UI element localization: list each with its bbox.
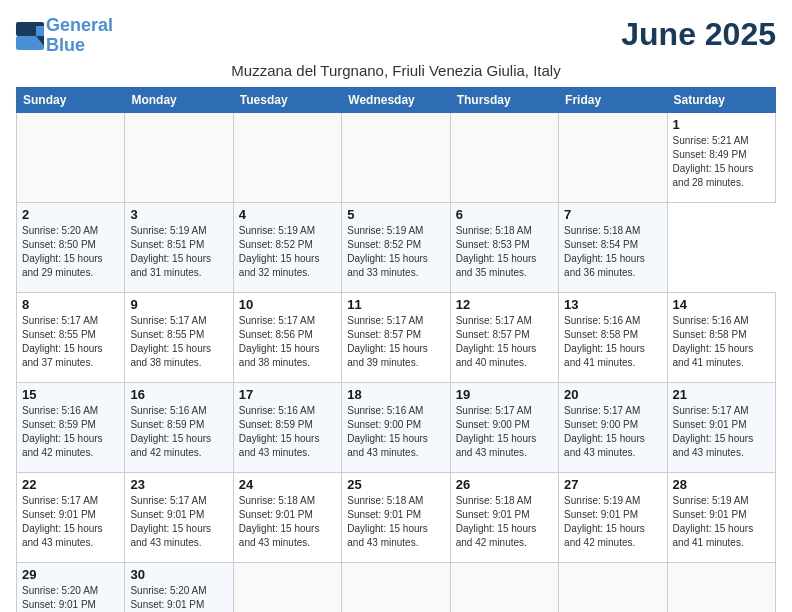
calendar-cell: 8Sunrise: 5:17 AMSunset: 8:55 PMDaylight… — [17, 292, 125, 382]
day-info: Sunrise: 5:17 AMSunset: 9:01 PMDaylight:… — [673, 404, 770, 460]
day-info: Sunrise: 5:17 AMSunset: 8:55 PMDaylight:… — [130, 314, 227, 370]
calendar-cell: 12Sunrise: 5:17 AMSunset: 8:57 PMDayligh… — [450, 292, 558, 382]
calendar-cell: 13Sunrise: 5:16 AMSunset: 8:58 PMDayligh… — [559, 292, 667, 382]
calendar-cell: 17Sunrise: 5:16 AMSunset: 8:59 PMDayligh… — [233, 382, 341, 472]
day-number: 15 — [22, 387, 119, 402]
calendar-cell: 19Sunrise: 5:17 AMSunset: 9:00 PMDayligh… — [450, 382, 558, 472]
weekday-header-row: SundayMondayTuesdayWednesdayThursdayFrid… — [17, 87, 776, 112]
calendar-cell: 20Sunrise: 5:17 AMSunset: 9:00 PMDayligh… — [559, 382, 667, 472]
day-number: 1 — [673, 117, 770, 132]
day-info: Sunrise: 5:19 AMSunset: 9:01 PMDaylight:… — [673, 494, 770, 550]
calendar-cell: 25Sunrise: 5:18 AMSunset: 9:01 PMDayligh… — [342, 472, 450, 562]
day-number: 21 — [673, 387, 770, 402]
svg-marker-2 — [36, 26, 44, 36]
day-info: Sunrise: 5:17 AMSunset: 9:01 PMDaylight:… — [130, 494, 227, 550]
calendar-cell — [559, 112, 667, 202]
calendar-cell: 22Sunrise: 5:17 AMSunset: 9:01 PMDayligh… — [17, 472, 125, 562]
calendar-cell: 16Sunrise: 5:16 AMSunset: 8:59 PMDayligh… — [125, 382, 233, 472]
calendar-body: 1Sunrise: 5:21 AMSunset: 8:49 PMDaylight… — [17, 112, 776, 612]
day-info: Sunrise: 5:17 AMSunset: 9:01 PMDaylight:… — [22, 494, 119, 550]
calendar-cell — [342, 562, 450, 612]
day-info: Sunrise: 5:21 AMSunset: 8:49 PMDaylight:… — [673, 134, 770, 190]
month-year-title: June 2025 — [621, 16, 776, 53]
day-number: 10 — [239, 297, 336, 312]
day-info: Sunrise: 5:16 AMSunset: 9:00 PMDaylight:… — [347, 404, 444, 460]
day-info: Sunrise: 5:18 AMSunset: 8:53 PMDaylight:… — [456, 224, 553, 280]
logo-text2: Blue — [46, 36, 113, 56]
day-number: 7 — [564, 207, 661, 222]
calendar-cell — [233, 562, 341, 612]
calendar-cell: 24Sunrise: 5:18 AMSunset: 9:01 PMDayligh… — [233, 472, 341, 562]
calendar-cell: 26Sunrise: 5:18 AMSunset: 9:01 PMDayligh… — [450, 472, 558, 562]
week-row: 8Sunrise: 5:17 AMSunset: 8:55 PMDaylight… — [17, 292, 776, 382]
calendar-cell: 27Sunrise: 5:19 AMSunset: 9:01 PMDayligh… — [559, 472, 667, 562]
week-row: 15Sunrise: 5:16 AMSunset: 8:59 PMDayligh… — [17, 382, 776, 472]
day-number: 5 — [347, 207, 444, 222]
calendar-cell: 28Sunrise: 5:19 AMSunset: 9:01 PMDayligh… — [667, 472, 775, 562]
calendar-cell — [17, 112, 125, 202]
logo-icon — [16, 22, 44, 50]
day-number: 19 — [456, 387, 553, 402]
day-number: 20 — [564, 387, 661, 402]
day-number: 24 — [239, 477, 336, 492]
day-info: Sunrise: 5:20 AMSunset: 8:50 PMDaylight:… — [22, 224, 119, 280]
calendar-cell — [559, 562, 667, 612]
weekday-header-cell: Friday — [559, 87, 667, 112]
day-number: 17 — [239, 387, 336, 402]
day-info: Sunrise: 5:19 AMSunset: 8:52 PMDaylight:… — [239, 224, 336, 280]
day-info: Sunrise: 5:17 AMSunset: 8:57 PMDaylight:… — [347, 314, 444, 370]
day-number: 29 — [22, 567, 119, 582]
weekday-header-cell: Sunday — [17, 87, 125, 112]
calendar-cell: 4Sunrise: 5:19 AMSunset: 8:52 PMDaylight… — [233, 202, 341, 292]
day-number: 3 — [130, 207, 227, 222]
day-number: 13 — [564, 297, 661, 312]
day-info: Sunrise: 5:17 AMSunset: 9:00 PMDaylight:… — [564, 404, 661, 460]
weekday-header-cell: Tuesday — [233, 87, 341, 112]
day-number: 30 — [130, 567, 227, 582]
calendar-cell: 10Sunrise: 5:17 AMSunset: 8:56 PMDayligh… — [233, 292, 341, 382]
day-info: Sunrise: 5:19 AMSunset: 8:52 PMDaylight:… — [347, 224, 444, 280]
calendar-cell — [125, 112, 233, 202]
day-info: Sunrise: 5:16 AMSunset: 8:59 PMDaylight:… — [239, 404, 336, 460]
logo: General Blue — [16, 16, 113, 56]
day-number: 11 — [347, 297, 444, 312]
weekday-header-cell: Wednesday — [342, 87, 450, 112]
week-row: 2Sunrise: 5:20 AMSunset: 8:50 PMDaylight… — [17, 202, 776, 292]
day-number: 26 — [456, 477, 553, 492]
calendar-cell: 21Sunrise: 5:17 AMSunset: 9:01 PMDayligh… — [667, 382, 775, 472]
day-number: 23 — [130, 477, 227, 492]
day-number: 8 — [22, 297, 119, 312]
calendar-cell: 18Sunrise: 5:16 AMSunset: 9:00 PMDayligh… — [342, 382, 450, 472]
calendar-cell: 11Sunrise: 5:17 AMSunset: 8:57 PMDayligh… — [342, 292, 450, 382]
day-info: Sunrise: 5:19 AMSunset: 9:01 PMDaylight:… — [564, 494, 661, 550]
day-info: Sunrise: 5:16 AMSunset: 8:59 PMDaylight:… — [130, 404, 227, 460]
calendar-cell: 23Sunrise: 5:17 AMSunset: 9:01 PMDayligh… — [125, 472, 233, 562]
calendar-cell: 1Sunrise: 5:21 AMSunset: 8:49 PMDaylight… — [667, 112, 775, 202]
week-row: 22Sunrise: 5:17 AMSunset: 9:01 PMDayligh… — [17, 472, 776, 562]
day-info: Sunrise: 5:18 AMSunset: 9:01 PMDaylight:… — [347, 494, 444, 550]
calendar-cell: 6Sunrise: 5:18 AMSunset: 8:53 PMDaylight… — [450, 202, 558, 292]
calendar-cell: 9Sunrise: 5:17 AMSunset: 8:55 PMDaylight… — [125, 292, 233, 382]
calendar-cell — [450, 112, 558, 202]
calendar-cell: 29Sunrise: 5:20 AMSunset: 9:01 PMDayligh… — [17, 562, 125, 612]
day-info: Sunrise: 5:16 AMSunset: 8:58 PMDaylight:… — [564, 314, 661, 370]
calendar-cell — [342, 112, 450, 202]
calendar-cell: 3Sunrise: 5:19 AMSunset: 8:51 PMDaylight… — [125, 202, 233, 292]
day-info: Sunrise: 5:17 AMSunset: 9:00 PMDaylight:… — [456, 404, 553, 460]
day-number: 28 — [673, 477, 770, 492]
location-subtitle: Muzzana del Turgnano, Friuli Venezia Giu… — [16, 62, 776, 79]
day-number: 18 — [347, 387, 444, 402]
day-info: Sunrise: 5:18 AMSunset: 9:01 PMDaylight:… — [456, 494, 553, 550]
day-number: 9 — [130, 297, 227, 312]
day-info: Sunrise: 5:16 AMSunset: 8:58 PMDaylight:… — [673, 314, 770, 370]
day-info: Sunrise: 5:17 AMSunset: 8:56 PMDaylight:… — [239, 314, 336, 370]
calendar-cell: 7Sunrise: 5:18 AMSunset: 8:54 PMDaylight… — [559, 202, 667, 292]
day-number: 12 — [456, 297, 553, 312]
day-number: 14 — [673, 297, 770, 312]
weekday-header-cell: Monday — [125, 87, 233, 112]
week-row: 29Sunrise: 5:20 AMSunset: 9:01 PMDayligh… — [17, 562, 776, 612]
calendar-table: SundayMondayTuesdayWednesdayThursdayFrid… — [16, 87, 776, 612]
day-number: 25 — [347, 477, 444, 492]
day-info: Sunrise: 5:19 AMSunset: 8:51 PMDaylight:… — [130, 224, 227, 280]
calendar-cell: 2Sunrise: 5:20 AMSunset: 8:50 PMDaylight… — [17, 202, 125, 292]
